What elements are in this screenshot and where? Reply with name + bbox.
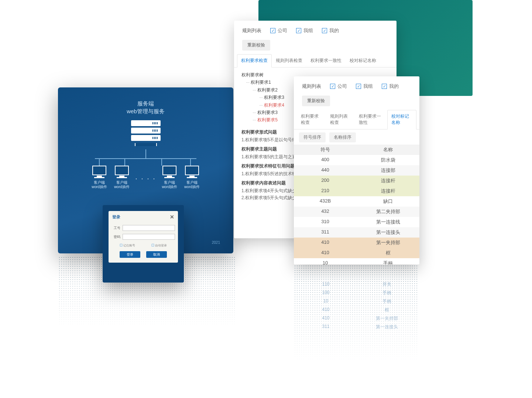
table-cell: 第一连接线 (357, 217, 419, 227)
tab-proof-mark-name[interactable]: 校对标记名称 (387, 110, 416, 129)
checkbox-company[interactable]: ✓公司 (270, 27, 287, 34)
table-row[interactable]: 311第一连接头 (294, 227, 419, 238)
client-icon: 客户端word插件 (90, 166, 108, 189)
table-header: 符号 名称 (294, 145, 419, 155)
table-row[interactable]: 310第一连接线 (294, 217, 419, 227)
table-row[interactable]: 432B缺口 (294, 196, 419, 207)
sort-by-symbol[interactable]: 符号排序 (299, 132, 326, 142)
table-reflection: 110开关100手柄10手柄410框410第一夹持部311第一连接头 (295, 280, 417, 331)
sort-by-name[interactable]: 名称排序 (329, 132, 356, 142)
server-footer: 2021 (212, 240, 220, 245)
client-row: 客户端word插件 客户端word插件 · · · · 客户端word插件 客户… (90, 166, 201, 189)
recheck-button[interactable]: 重新校验 (242, 40, 270, 51)
tab-proof-mark-name[interactable]: 校对标记名称 (346, 54, 380, 67)
th-name: 名称 (357, 145, 419, 155)
client-label-top: 客户端 (94, 180, 105, 184)
recheck-button[interactable]: 重新校验 (302, 96, 330, 106)
rule-header-b: 规则列表 ✓公司 ✓我组 ✓我的 (294, 76, 419, 92)
connector-drops (58, 158, 233, 166)
mark-table: 符号 名称 400防水袋440连接部200连接杆210连接杆432B缺口432第… (294, 145, 419, 264)
table-row[interactable]: 400防水袋 (294, 155, 419, 165)
tab-claim-consistency[interactable]: 权利要求一致性 (306, 54, 346, 67)
table-cell: 连接杆 (357, 176, 419, 186)
table-row[interactable]: 432第二夹持部 (294, 207, 419, 217)
checkbox-mine[interactable]: ✓我的 (322, 27, 339, 34)
table-cell: 第一夹持部 (357, 238, 419, 248)
table-cell: 防水袋 (357, 155, 419, 165)
checkbox-remember[interactable]: 记住账号 (120, 243, 135, 248)
table-cell: 210 (294, 186, 357, 196)
table-cell: 第一连接头 (357, 227, 419, 238)
rule-panel-marknames: 规则列表 ✓公司 ✓我组 ✓我的 重新校验 权利要求检查 规则列表检查 权利要求… (294, 76, 419, 264)
client-label-bottom: word插件 (92, 185, 107, 189)
login-button[interactable]: 登录 (120, 251, 140, 258)
cancel-button[interactable]: 取消 (146, 251, 167, 258)
table-cell: 410 (294, 248, 357, 258)
table-cell: 440 (294, 165, 357, 176)
label-password: 密码 (111, 235, 120, 239)
checkbox-company[interactable]: ✓公司 (330, 83, 347, 90)
rule-list-title: 规则列表 (242, 27, 261, 34)
table-row[interactable]: 210连接杆 (294, 186, 419, 196)
checkbox-mygroup[interactable]: ✓我组 (356, 83, 373, 90)
checkbox-mygroup[interactable]: ✓我组 (296, 27, 313, 34)
server-icon (131, 120, 161, 146)
client-icon: 客户端word插件 (113, 166, 131, 189)
table-row[interactable]: 410框 (294, 248, 419, 258)
table-row[interactable]: 440连接部 (294, 165, 419, 176)
table-cell: 缺口 (357, 196, 419, 207)
table-row[interactable]: 200连接杆 (294, 176, 419, 186)
ellipsis-icon: · · · · (135, 175, 156, 183)
input-userid[interactable] (123, 225, 175, 231)
server-title-1: 服务端 (58, 100, 233, 107)
login-dialog: 登录 ✕ 工号 密码 记住账号 自动登录 登录 取消 (109, 211, 178, 263)
th-symbol: 符号 (294, 145, 357, 155)
table-cell: 410 (294, 238, 357, 248)
login-dialog-frame: 登录 ✕ 工号 密码 记住账号 自动登录 登录 取消 (103, 205, 184, 283)
tab-rule-list-check[interactable]: 规则列表检查 (272, 54, 306, 67)
table-cell: 311 (294, 227, 357, 238)
rule-header: 规则列表 ✓公司 ✓我组 ✓我的 (234, 21, 397, 36)
table-cell: 连接部 (357, 165, 419, 176)
rule-list-title: 规则列表 (302, 83, 321, 90)
table-row[interactable]: 410第一夹持部 (294, 238, 419, 248)
tab-claim-check[interactable]: 权利要求检查 (297, 110, 326, 129)
table-cell: 200 (294, 176, 357, 186)
table-cell: 框 (357, 248, 419, 258)
tabs-a: 权利要求检查 规则列表检查 权利要求一致性 校对标记名称 (234, 54, 397, 68)
label-userid: 工号 (111, 226, 120, 231)
close-icon[interactable]: ✕ (170, 214, 174, 220)
server-title-2: web管理与服务 (58, 108, 233, 115)
input-password[interactable] (123, 234, 175, 240)
tabs-b: 权利要求检查 规则列表检查 权利要求一致性 校对标记名称 (294, 110, 419, 129)
tab-claim-check[interactable]: 权利要求检查 (237, 54, 272, 68)
halftone-shadow-right (294, 265, 419, 361)
checkbox-mine[interactable]: ✓我的 (382, 83, 399, 90)
table-cell: 第二夹持部 (357, 207, 419, 217)
client-icon: 客户端word插件 (161, 166, 178, 189)
table-cell: 310 (294, 217, 357, 227)
table-cell: 手柄 (357, 258, 419, 264)
sort-buttons: 符号排序 名称排序 (294, 129, 419, 145)
table-cell: 432 (294, 207, 357, 217)
table-cell: 400 (294, 155, 357, 165)
tab-rule-list-check[interactable]: 规则列表检查 (326, 110, 355, 129)
connector-vertical (145, 149, 146, 158)
tab-claim-consistency[interactable]: 权利要求一致性 (355, 110, 387, 129)
checkbox-autologin[interactable]: 自动登录 (151, 243, 167, 248)
client-icon: 客户端word插件 (183, 166, 201, 189)
table-cell: 432B (294, 196, 357, 207)
login-title: 登录 (112, 214, 120, 220)
table-row[interactable]: 10手柄 (294, 258, 419, 264)
table-cell: 连接杆 (357, 186, 419, 196)
table-cell: 10 (294, 258, 357, 264)
